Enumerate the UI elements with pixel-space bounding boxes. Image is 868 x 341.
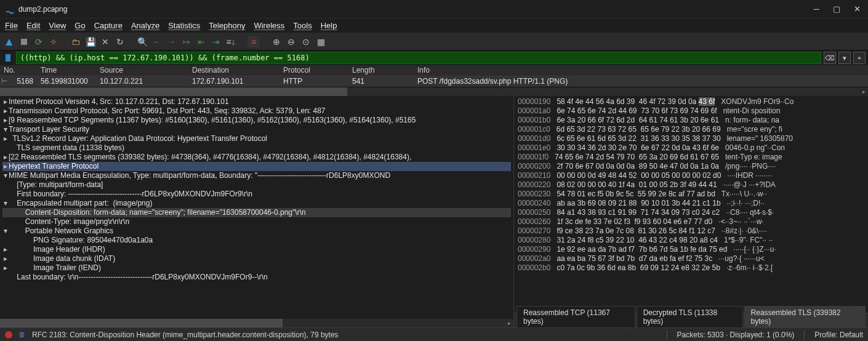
packetlist-scrollbar[interactable]: ◂▸ bbox=[0, 87, 868, 96]
hex-line[interactable]: 00000230 54 78 01 ec f5 0b 9c 5c 55 99 2… bbox=[518, 190, 864, 199]
detail-line[interactable]: Last boundary: \r\n---------------------… bbox=[2, 273, 511, 282]
menu-file[interactable]: File bbox=[5, 21, 18, 30]
menu-edit[interactable]: Edit bbox=[26, 21, 40, 30]
hex-line[interactable]: 00000240 ab aa 3b 69 08 09 21 88 90 10 0… bbox=[518, 199, 864, 208]
go-last-icon[interactable]: ⇥ bbox=[211, 36, 222, 47]
detail-line[interactable]: ▾ Encapsulated multipart part: (image/pn… bbox=[2, 199, 511, 208]
detail-line[interactable]: ▸Internet Protocol Version 4, Src: 10.12… bbox=[2, 97, 511, 106]
options-icon[interactable]: ✧ bbox=[48, 36, 59, 47]
detail-line[interactable]: ▸Transmission Control Protocol, Src Port… bbox=[2, 106, 511, 116]
go-to-packet-icon[interactable]: ↦ bbox=[181, 36, 192, 47]
hex-line[interactable]: 000001b0 6e 3a 20 66 6f 72 6d 2d 64 61 7… bbox=[518, 116, 864, 125]
close-button[interactable]: ✕ bbox=[854, 4, 861, 14]
detail-line[interactable]: ▸ Image Header (IHDR) bbox=[2, 245, 511, 254]
col-header-destination[interactable]: Destination bbox=[188, 65, 279, 76]
hex-line[interactable]: 000002a0 aa ea ba 75 67 3f bd 7b d7 da e… bbox=[518, 254, 864, 263]
maximize-button[interactable]: ▢ bbox=[833, 4, 840, 14]
detail-line[interactable]: ▸[22 Reassembled TLS segments (339382 by… bbox=[2, 153, 511, 162]
hex-line[interactable]: 00000200 2f 70 6e 67 0d 0a 0d 0a 89 50 4… bbox=[518, 162, 864, 171]
display-filter-input[interactable] bbox=[16, 52, 821, 64]
detail-line[interactable]: ▸ TLSv1.2 Record Layer: Application Data… bbox=[2, 134, 511, 143]
find-packet-icon[interactable]: 🔍 bbox=[137, 36, 148, 47]
menu-go[interactable]: Go bbox=[74, 21, 85, 30]
filter-add-button[interactable]: + bbox=[853, 52, 866, 64]
zoom-out-icon[interactable]: ⊖ bbox=[286, 36, 297, 47]
detail-line[interactable]: [Type: multipart/form-data] bbox=[2, 180, 511, 190]
menu-wireless[interactable]: Wireless bbox=[254, 21, 284, 30]
hex-line[interactable]: 000001d0 6c 65 6e 61 6d 65 3d 22 31 36 3… bbox=[518, 134, 864, 143]
go-back-icon[interactable]: ← bbox=[151, 36, 163, 47]
menu-help[interactable]: Help bbox=[321, 21, 337, 30]
zoom-in-icon[interactable]: ⊕ bbox=[271, 36, 282, 47]
save-file-icon[interactable]: 💾 bbox=[85, 36, 96, 47]
colorize-icon[interactable]: ≡ bbox=[247, 36, 260, 47]
packet-list-header: No. Time Source Destination Protocol Len… bbox=[0, 65, 868, 76]
menu-capture[interactable]: Capture bbox=[94, 21, 123, 30]
col-header-no[interactable]: No. bbox=[0, 65, 37, 76]
stop-capture-icon[interactable] bbox=[18, 36, 30, 47]
detail-line[interactable]: ▸[9 Reassembled TCP Segments (11367 byte… bbox=[2, 116, 511, 125]
hex-line[interactable]: 00000270 f9 ce 38 23 7a 0e 7c 08 81 30 2… bbox=[518, 227, 864, 236]
filter-clear-button[interactable]: ⌫ bbox=[824, 52, 836, 64]
status-profile[interactable]: Profile: Default bbox=[814, 331, 863, 339]
go-first-icon[interactable]: ⇤ bbox=[196, 36, 207, 47]
hex-line[interactable]: 000001c0 6d 65 3d 22 73 63 72 65 65 6e 7… bbox=[518, 125, 864, 134]
packet-details-tree[interactable]: ▸Internet Protocol Version 4, Src: 10.12… bbox=[0, 96, 513, 319]
expert-info-led[interactable] bbox=[5, 331, 12, 339]
hex-line[interactable]: 000001f0 74 65 6e 74 2d 54 79 70 65 3a 2… bbox=[518, 153, 864, 162]
zoom-reset-icon[interactable]: ⊙ bbox=[300, 36, 311, 47]
detail-line[interactable]: Content-Disposition: form-data; name="sc… bbox=[2, 208, 511, 217]
hex-dump-pane: 00000190 58 4f 4e 44 56 4a 6d 39 46 4f 7… bbox=[513, 96, 868, 327]
hex-line[interactable]: 00000190 58 4f 4e 44 56 4a 6d 39 46 4f 7… bbox=[518, 97, 864, 106]
detail-line[interactable]: First boundary: ------------------------… bbox=[2, 190, 511, 199]
filter-history-dropdown[interactable]: ▾ bbox=[838, 52, 851, 64]
go-forward-icon[interactable]: → bbox=[166, 36, 177, 47]
detail-line[interactable]: ▾Transport Layer Security bbox=[2, 125, 511, 134]
hex-line[interactable]: 00000220 08 02 00 00 00 40 1f 4a 01 00 0… bbox=[518, 180, 864, 190]
menu-telephony[interactable]: Telephony bbox=[209, 21, 245, 30]
detail-line[interactable]: ▾MIME Multipart Media Encapsulation, Typ… bbox=[2, 171, 511, 180]
resize-columns-icon[interactable]: ▦ bbox=[315, 36, 326, 47]
detail-line[interactable]: PNG Signature: 89504e470d0a1a0a bbox=[2, 236, 511, 245]
cell-destination: 172.67.190.101 bbox=[188, 76, 279, 87]
packet-row[interactable]: ⊢5168 56.199831000 10.127.0.221 172.67.1… bbox=[0, 76, 868, 87]
detail-line[interactable]: ▸Hypertext Transfer Protocol bbox=[2, 162, 511, 171]
hex-line[interactable]: 000002b0 c0 7a 0c 9b 36 6d ea 8b 69 09 1… bbox=[518, 263, 864, 273]
menu-analyze[interactable]: Analyze bbox=[131, 21, 159, 30]
detail-line[interactable]: ▸ Image data chunk (IDAT) bbox=[2, 254, 511, 263]
menu-tools[interactable]: Tools bbox=[293, 21, 311, 30]
shark-fin-icon[interactable] bbox=[4, 36, 15, 47]
col-header-info[interactable]: Info bbox=[414, 65, 868, 76]
detail-line[interactable]: ▾ Portable Network Graphics bbox=[2, 227, 511, 236]
col-header-source[interactable]: Source bbox=[96, 65, 188, 76]
hex-line[interactable]: 00000290 1e 92 ee aa da 7b ad f7 7b b6 7… bbox=[518, 245, 864, 254]
capture-comment-icon[interactable]: 🗎 bbox=[18, 331, 26, 339]
hex-line[interactable]: 00000250 84 a1 43 38 93 c1 91 99 71 74 3… bbox=[518, 208, 864, 217]
minimize-button[interactable]: ─ bbox=[814, 4, 819, 14]
status-field-info: RFC 2183: Content-Disposition Header (mi… bbox=[32, 331, 339, 339]
hex-tab[interactable]: Decrypted TLS (11338 bytes) bbox=[637, 306, 743, 327]
auto-scroll-icon[interactable]: ≡↓ bbox=[225, 36, 236, 47]
details-scrollbar[interactable]: ◂▸ bbox=[0, 319, 513, 327]
hex-dump-body[interactable]: 00000190 58 4f 4e 44 56 4a 6d 39 46 4f 7… bbox=[514, 96, 868, 313]
hex-line[interactable]: 00000260 1f 3c de fe 33 7e 02 f3 f9 93 6… bbox=[518, 217, 864, 227]
filter-bookmark-icon[interactable] bbox=[2, 52, 14, 63]
menu-view[interactable]: View bbox=[49, 21, 66, 30]
hex-tab[interactable]: Reassembled TCP (11367 bytes) bbox=[516, 306, 635, 327]
menu-statistics[interactable]: Statistics bbox=[168, 21, 200, 30]
hex-line[interactable]: 00000280 31 2a 24 f8 c5 39 22 10 46 43 2… bbox=[518, 236, 864, 245]
close-file-icon[interactable]: ✕ bbox=[100, 36, 111, 47]
col-header-time[interactable]: Time bbox=[37, 65, 96, 76]
detail-line[interactable]: TLS segment data (11338 bytes) bbox=[2, 143, 511, 153]
hex-tab[interactable]: Reassembled TLS (339382 bytes) bbox=[744, 306, 866, 327]
hex-line[interactable]: 00000210 00 00 00 0d 49 48 44 52 00 00 0… bbox=[518, 171, 864, 180]
detail-line[interactable]: ▸ Image Trailer (IEND) bbox=[2, 263, 511, 273]
open-file-icon[interactable]: 🗀 bbox=[70, 36, 81, 47]
restart-capture-icon[interactable]: ⟳ bbox=[33, 36, 44, 47]
col-header-protocol[interactable]: Protocol bbox=[279, 65, 348, 76]
hex-line[interactable]: 000001e0 30 30 34 36 2d 30 2e 70 6e 67 2… bbox=[518, 143, 864, 153]
col-header-length[interactable]: Length bbox=[348, 65, 414, 76]
reload-icon[interactable]: ↻ bbox=[115, 36, 126, 47]
detail-line[interactable]: Content-Type: image/png\r\n\r\n bbox=[2, 217, 511, 227]
hex-line[interactable]: 000001a0 6e 74 65 6e 74 2d 44 69 73 70 6… bbox=[518, 106, 864, 116]
